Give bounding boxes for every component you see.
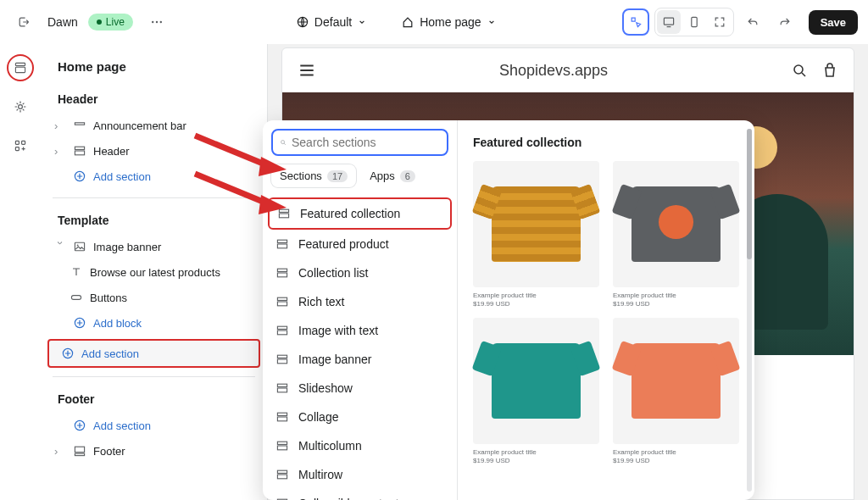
sections-rail-button[interactable] xyxy=(7,54,34,81)
section-option[interactable]: Collection list xyxy=(268,258,452,287)
svg-rect-13 xyxy=(75,147,84,149)
apps-icon xyxy=(14,139,27,153)
svg-rect-36 xyxy=(277,355,287,358)
search-icon[interactable] xyxy=(791,62,808,79)
add-block-button[interactable]: Add block xyxy=(46,310,262,336)
section-icon xyxy=(275,381,290,396)
section-option[interactable]: Featured collection xyxy=(268,197,452,230)
tab-count: 17 xyxy=(327,170,348,182)
product-meta: Example product title$19.99 USD xyxy=(613,448,739,466)
live-dot-icon xyxy=(97,19,102,25)
save-button[interactable]: Save xyxy=(809,10,858,35)
sidebar-item-header[interactable]: › Header xyxy=(46,138,262,164)
scrollbar[interactable] xyxy=(747,129,752,492)
apps-rail-button[interactable] xyxy=(7,132,34,159)
svg-rect-33 xyxy=(277,302,287,306)
section-option[interactable]: Slideshow xyxy=(268,374,452,403)
product-image xyxy=(613,161,739,287)
chevron-down-icon: › xyxy=(54,241,67,253)
scroll-thumb[interactable] xyxy=(747,129,752,259)
undo-button[interactable] xyxy=(739,8,766,36)
section-label: Slideshow xyxy=(298,381,353,395)
search-field[interactable] xyxy=(292,136,440,149)
svg-rect-44 xyxy=(277,470,287,473)
section-icon xyxy=(275,236,290,252)
svg-rect-28 xyxy=(277,240,287,242)
divider xyxy=(53,197,255,198)
mobile-button[interactable] xyxy=(682,10,706,34)
section-option[interactable]: Image with text xyxy=(268,316,452,345)
svg-rect-43 xyxy=(277,446,287,450)
desktop-button[interactable] xyxy=(657,10,681,34)
add-section-footer[interactable]: Add section xyxy=(46,413,262,438)
svg-rect-35 xyxy=(277,331,287,335)
sidebar-item-label: Header xyxy=(93,145,130,158)
sidebar-item-buttons-block[interactable]: Buttons xyxy=(46,285,262,310)
sidebar-item-label: Announcement bar xyxy=(93,119,186,132)
sidebar-item-image-banner[interactable]: › Image banner xyxy=(46,234,262,259)
add-section-template[interactable]: Add section xyxy=(47,339,260,368)
section-label: Collapsible content xyxy=(298,497,398,500)
exit-button[interactable] xyxy=(10,8,37,36)
add-block-label: Add block xyxy=(93,317,142,330)
section-icon xyxy=(276,206,292,221)
sidebar-item-label: Footer xyxy=(93,445,125,458)
section-option[interactable]: Collapsible content xyxy=(268,489,452,500)
search-icon xyxy=(280,136,287,149)
fullscreen-button[interactable] xyxy=(708,10,732,34)
svg-rect-31 xyxy=(277,273,287,277)
svg-rect-10 xyxy=(22,141,25,144)
section-list: Featured collectionFeatured productColle… xyxy=(263,196,457,500)
svg-rect-30 xyxy=(277,269,287,271)
section-option[interactable]: Collage xyxy=(268,403,452,431)
inspector-button[interactable] xyxy=(622,8,649,36)
section-icon xyxy=(275,438,290,453)
text-icon xyxy=(70,265,83,279)
sidebar-item-footer[interactable]: › Footer xyxy=(46,438,262,464)
preset-selector[interactable]: Default xyxy=(287,10,376,34)
sections-icon xyxy=(14,61,27,75)
page-selector[interactable]: Home page xyxy=(392,10,504,34)
search-sections-input[interactable] xyxy=(271,129,448,156)
svg-rect-12 xyxy=(75,123,84,125)
svg-rect-4 xyxy=(664,18,673,25)
device-switcher xyxy=(654,8,734,36)
product-card: Example product title$19.99 USD xyxy=(473,161,599,309)
globe-icon xyxy=(296,15,309,29)
bag-icon[interactable] xyxy=(821,62,838,79)
more-button[interactable] xyxy=(143,8,170,36)
preview-title: Featured collection xyxy=(473,136,739,149)
product-image xyxy=(473,161,599,287)
inspector-icon xyxy=(629,15,643,29)
add-section-popover: Sections 17 Apps 6 Featured collectionFe… xyxy=(263,120,754,500)
sidebar-item-announcement[interactable]: › Announcement bar xyxy=(46,113,262,138)
svg-point-24 xyxy=(794,65,803,74)
tab-apps[interactable]: Apps 6 xyxy=(361,164,424,187)
section-option[interactable]: Multirow xyxy=(268,460,452,489)
add-section-header[interactable]: Add section xyxy=(46,164,262,189)
layout-icon xyxy=(73,119,86,132)
section-label: Collage xyxy=(298,410,338,424)
svg-rect-9 xyxy=(15,141,19,144)
hamburger-icon[interactable] xyxy=(298,61,316,80)
desktop-icon xyxy=(662,15,676,29)
sidebar-item-text-block[interactable]: Browse our latest products xyxy=(46,259,262,285)
tab-sections[interactable]: Sections 17 xyxy=(271,164,356,187)
section-option[interactable]: Multicolumn xyxy=(268,431,452,460)
header-group-label: Header xyxy=(46,86,262,113)
section-tabs: Sections 17 Apps 6 xyxy=(263,164,457,196)
settings-rail-button[interactable] xyxy=(7,93,34,120)
redo-button[interactable] xyxy=(771,8,798,36)
home-icon xyxy=(401,15,415,29)
svg-rect-23 xyxy=(75,453,84,455)
divider xyxy=(53,376,255,377)
section-option[interactable]: Featured product xyxy=(268,230,452,258)
section-option[interactable]: Image banner xyxy=(268,345,452,374)
product-card: Example product title$19.99 USD xyxy=(613,161,739,309)
svg-rect-34 xyxy=(277,326,287,329)
add-section-label: Add section xyxy=(93,170,151,183)
section-option[interactable]: Rich text xyxy=(268,287,452,316)
product-grid: Example product title$19.99 USDExample p… xyxy=(473,161,739,466)
svg-rect-6 xyxy=(15,63,25,65)
live-badge: Live xyxy=(88,14,133,31)
